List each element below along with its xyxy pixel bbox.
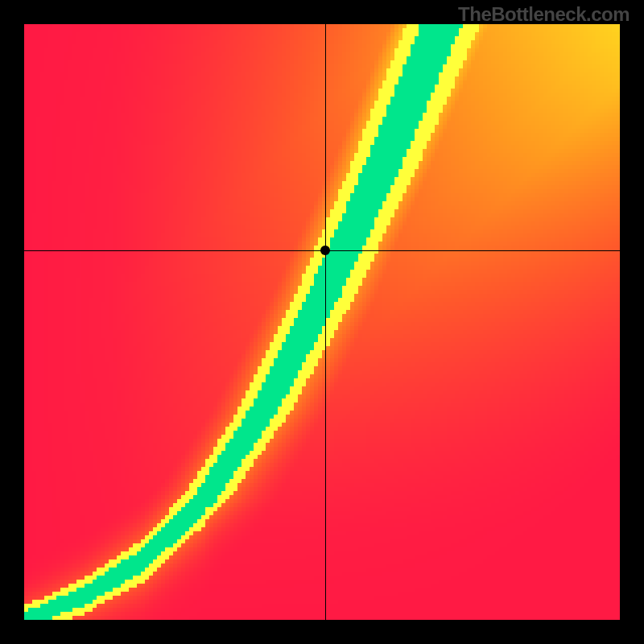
watermark-text: TheBottleneck.com — [458, 3, 630, 26]
heatmap-canvas — [24, 24, 620, 620]
crosshair-vertical — [325, 24, 326, 620]
data-point-marker — [320, 246, 330, 255]
heatmap-plot — [24, 24, 620, 620]
